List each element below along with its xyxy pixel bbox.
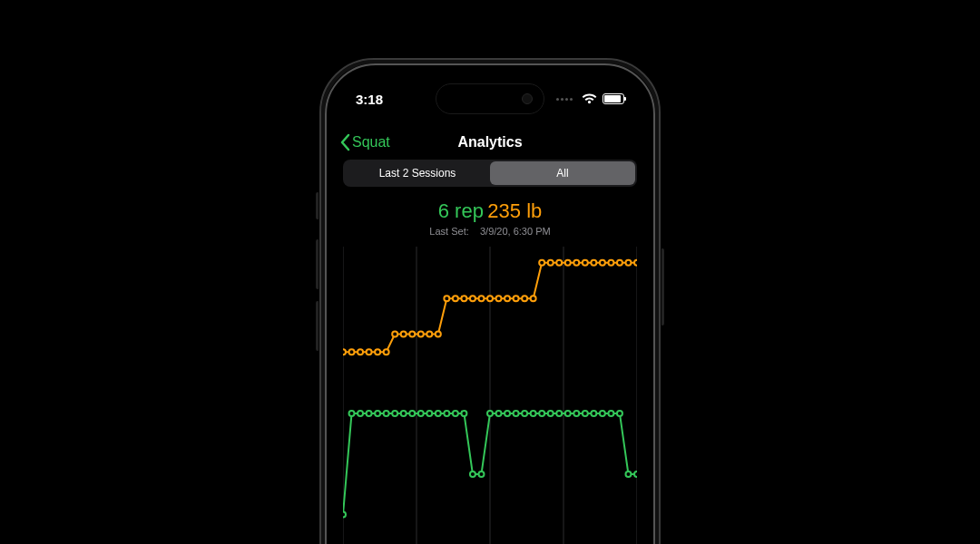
- svg-point-58: [496, 411, 502, 416]
- svg-point-36: [608, 260, 613, 266]
- nav-bar: Squat Analytics: [330, 125, 650, 160]
- svg-point-60: [514, 411, 519, 416]
- svg-point-45: [384, 411, 389, 416]
- svg-point-70: [600, 411, 605, 416]
- svg-point-29: [548, 260, 554, 266]
- svg-point-26: [522, 296, 527, 301]
- svg-point-38: [625, 260, 631, 266]
- svg-point-73: [625, 471, 631, 477]
- svg-point-10: [384, 349, 389, 355]
- svg-point-16: [436, 332, 441, 337]
- screen: 3:18: [330, 69, 650, 544]
- svg-point-66: [565, 411, 571, 416]
- svg-point-53: [453, 411, 458, 416]
- wifi-icon: [582, 93, 597, 104]
- battery-icon: [603, 93, 624, 104]
- svg-point-64: [548, 411, 554, 416]
- svg-point-22: [487, 296, 493, 301]
- svg-point-31: [565, 260, 571, 266]
- svg-point-12: [401, 332, 407, 337]
- svg-point-57: [487, 411, 493, 416]
- subhead-value: 3/9/20, 6:30 PM: [480, 226, 551, 237]
- svg-point-8: [367, 349, 372, 355]
- svg-point-7: [358, 349, 363, 355]
- svg-point-11: [392, 332, 397, 337]
- svg-point-50: [426, 411, 432, 416]
- svg-point-43: [367, 411, 372, 416]
- svg-point-32: [573, 260, 579, 266]
- phone-body: 3:18: [319, 58, 661, 544]
- mute-switch: [316, 192, 319, 219]
- page-title: Analytics: [457, 134, 522, 151]
- svg-point-28: [539, 260, 544, 266]
- svg-point-15: [426, 332, 432, 337]
- headline: 6 rep 235 lb Last Set: 3/9/20, 6:30 PM: [330, 199, 650, 237]
- svg-point-67: [573, 411, 579, 416]
- svg-point-20: [470, 296, 475, 301]
- svg-point-19: [461, 296, 466, 301]
- control-dots-icon: [556, 98, 573, 101]
- analytics-chart: [343, 247, 637, 544]
- segment-last-2-sessions[interactable]: Last 2 Sessions: [345, 161, 490, 185]
- svg-point-14: [418, 332, 424, 337]
- svg-point-18: [453, 296, 458, 301]
- svg-point-6: [349, 349, 355, 355]
- svg-point-51: [436, 411, 441, 416]
- segment-all[interactable]: All: [490, 161, 635, 185]
- svg-point-62: [531, 411, 536, 416]
- power-button: [661, 248, 664, 325]
- svg-point-30: [556, 260, 562, 266]
- svg-point-47: [401, 411, 407, 416]
- back-label: Squat: [352, 134, 390, 151]
- svg-point-21: [478, 296, 484, 301]
- svg-point-68: [583, 411, 588, 416]
- chevron-left-icon: [339, 133, 350, 151]
- dynamic-island: [436, 83, 544, 114]
- svg-point-35: [600, 260, 605, 266]
- svg-point-52: [444, 411, 449, 416]
- status-time: 3:18: [356, 92, 383, 107]
- svg-point-24: [505, 296, 510, 301]
- subhead-label: Last Set:: [429, 226, 468, 237]
- svg-point-46: [392, 411, 397, 416]
- svg-point-65: [556, 411, 562, 416]
- svg-point-59: [505, 411, 510, 416]
- svg-point-27: [531, 296, 536, 301]
- svg-point-49: [418, 411, 424, 416]
- svg-point-23: [496, 296, 502, 301]
- svg-point-17: [444, 296, 449, 301]
- back-button[interactable]: Squat: [339, 133, 390, 151]
- svg-point-56: [478, 471, 484, 477]
- svg-point-41: [349, 411, 355, 416]
- segmented-control[interactable]: Last 2 Sessions All: [343, 160, 637, 187]
- svg-point-44: [375, 411, 380, 416]
- svg-point-9: [375, 349, 380, 355]
- svg-point-40: [343, 512, 346, 518]
- svg-point-42: [358, 411, 363, 416]
- svg-point-33: [583, 260, 588, 266]
- svg-point-39: [634, 260, 637, 266]
- svg-point-71: [608, 411, 613, 416]
- svg-point-5: [343, 349, 346, 355]
- volume-down-button: [316, 301, 319, 351]
- headline-reps: 6 rep: [438, 199, 484, 222]
- headline-subhead: Last Set: 3/9/20, 6:30 PM: [330, 226, 650, 237]
- svg-point-63: [539, 411, 544, 416]
- svg-point-25: [514, 296, 519, 301]
- svg-point-34: [591, 260, 596, 266]
- svg-point-61: [522, 411, 527, 416]
- volume-up-button: [316, 239, 319, 289]
- svg-point-55: [470, 471, 475, 477]
- headline-weight: 235 lb: [487, 199, 542, 222]
- svg-point-13: [409, 332, 415, 337]
- svg-point-54: [461, 411, 466, 416]
- svg-point-48: [409, 411, 415, 416]
- svg-point-72: [617, 411, 622, 416]
- svg-point-69: [591, 411, 596, 416]
- svg-point-37: [617, 260, 622, 266]
- svg-point-74: [634, 471, 637, 477]
